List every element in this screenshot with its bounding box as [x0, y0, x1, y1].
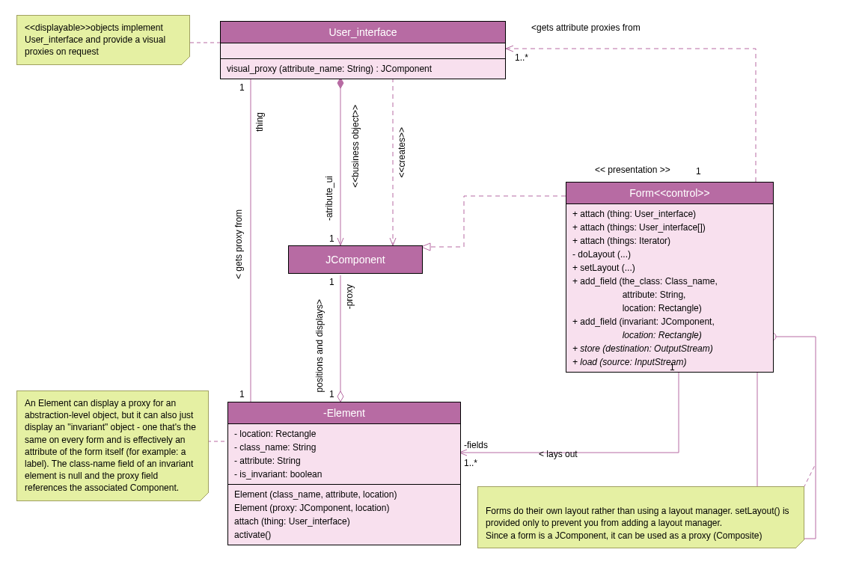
class-element: -Element - location: Rectangle - class_n… — [227, 402, 461, 545]
note-displayable: <<displayable>>objects implement User_in… — [16, 15, 190, 65]
label-mult: 1 — [329, 389, 334, 399]
note-text: <<displayable>>objects implement User_in… — [25, 22, 165, 57]
label-business-object: <<business object>> — [350, 105, 361, 188]
op-row: + store (destination: OutputStream) — [572, 342, 767, 355]
class-ops: + attach (thing: User_interface) + attac… — [566, 204, 773, 372]
label-creates: <<creates>> — [397, 127, 407, 177]
op-row: - doLayout (...) — [572, 248, 767, 261]
class-ops: Element (class_name, attribute, location… — [228, 485, 460, 545]
note-element: An Element can display a proxy for an ab… — [16, 391, 209, 501]
class-title: JComponent — [289, 246, 422, 273]
op-row: + setLayout (...) — [572, 261, 767, 275]
op-row: visual_proxy (attribute_name: String) : … — [227, 62, 499, 76]
label-atribute-ui: -atribute_ui — [324, 176, 334, 221]
op-row: + add_field (invariant: JComponent, — [572, 315, 767, 328]
op-row: activate() — [234, 528, 454, 542]
op-row: + add_field (the_class: Class_name, — [572, 275, 767, 288]
op-row: + attach (things: User_interface[]) — [572, 221, 767, 234]
attr-row: - attribute: String — [234, 454, 454, 468]
label-mult: 1..* — [464, 458, 477, 468]
label-gets-proxy-from: < gets proxy from — [233, 209, 244, 279]
label-fields: -fields — [464, 440, 488, 450]
op-row: Element (proxy: JComponent, location) — [234, 501, 454, 515]
label-presentation: << presentation >> — [595, 165, 670, 175]
op-row: Element (class_name, attribute, location… — [234, 488, 454, 501]
label-mult: 1 — [329, 233, 334, 244]
class-title: Form<<control>> — [566, 183, 773, 204]
label-thing: thing — [254, 112, 265, 132]
op-row: + attach (things: Iterator) — [572, 234, 767, 248]
label-proxy: -proxy — [344, 284, 355, 309]
op-row: location: Rectangle) — [572, 328, 767, 342]
op-row: + attach (thing: User_interface) — [572, 207, 767, 221]
class-attrs: - location: Rectangle - class_name: Stri… — [228, 424, 460, 485]
class-user-interface: User_interface visual_proxy (attribute_n… — [220, 21, 506, 79]
label-gets-proxies: <gets attribute proxies from — [531, 22, 641, 33]
label-mult: 1 — [239, 82, 245, 93]
class-jcomponent: JComponent — [288, 245, 423, 274]
class-title: User_interface — [221, 22, 505, 43]
note-text: An Element can display a proxy for an ab… — [25, 398, 196, 493]
class-empty-attrs — [221, 43, 505, 59]
label-mult: 1..* — [515, 52, 528, 63]
attr-row: - is_invariant: boolean — [234, 468, 454, 481]
op-row: location: Rectangle) — [572, 301, 767, 315]
class-title: -Element — [228, 402, 460, 424]
label-mult: 1 — [696, 166, 701, 177]
note-text: Forms do their own layout rather than us… — [486, 506, 789, 540]
label-mult: 1 — [329, 277, 334, 287]
note-form: Forms do their own layout rather than us… — [477, 486, 804, 548]
label-lays-out: < lays out — [539, 449, 578, 459]
op-row: attribute: String, — [572, 288, 767, 301]
label-positions-displays: positions and displays> — [314, 299, 325, 392]
attr-row: - location: Rectangle — [234, 427, 454, 441]
class-form: Form<<control>> + attach (thing: User_in… — [566, 182, 774, 373]
attr-row: - class_name: String — [234, 441, 454, 454]
label-mult: 1 — [239, 389, 245, 399]
op-row: attach (thing: User_interface) — [234, 515, 454, 528]
class-ops: visual_proxy (attribute_name: String) : … — [221, 59, 505, 79]
label-mult: 1 — [670, 362, 675, 373]
